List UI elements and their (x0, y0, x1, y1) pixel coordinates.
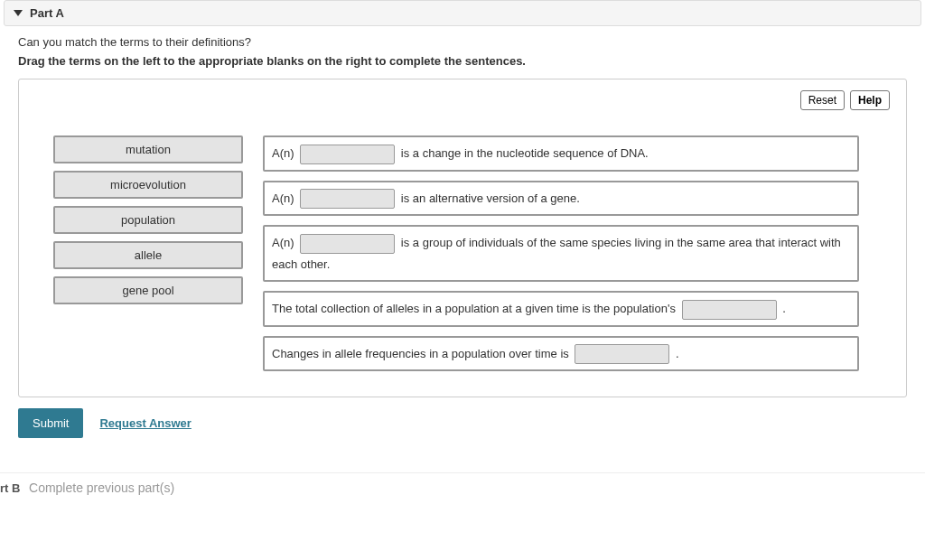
terms-column: mutation microevolution population allel… (53, 135, 243, 304)
target-2: A(n) is an alternative version of a gene… (263, 181, 859, 217)
submit-button[interactable]: Submit (18, 408, 83, 438)
drop-slot-3[interactable] (300, 234, 395, 254)
target-4-suffix: . (782, 302, 786, 315)
part-a-header[interactable]: Part A (4, 0, 921, 26)
term-gene-pool[interactable]: gene pool (53, 276, 243, 304)
target-3: A(n) is a group of individuals of the sa… (263, 225, 859, 282)
target-1-prefix: A(n) (272, 146, 294, 160)
term-allele[interactable]: allele (53, 241, 243, 269)
term-microevolution[interactable]: microevolution (53, 171, 243, 199)
target-3-prefix: A(n) (272, 236, 294, 249)
target-2-prefix: A(n) (272, 191, 294, 205)
target-1-suffix: is a change in the nucleotide sequence o… (401, 146, 649, 160)
request-answer-link[interactable]: Request Answer (99, 416, 191, 430)
part-a-content: Can you match the terms to their definit… (0, 35, 925, 447)
target-2-suffix: is an alternative version of a gene. (401, 191, 580, 205)
target-4-prefix: The total collection of alleles in a pop… (272, 302, 676, 315)
target-5-prefix: Changes in allele frequencies in a popul… (272, 347, 569, 360)
drop-slot-4[interactable] (682, 300, 777, 320)
caret-down-icon (14, 10, 23, 16)
part-b-row: rt B Complete previous part(s) (0, 472, 925, 506)
target-1: A(n) is a change in the nucleotide seque… (263, 135, 859, 172)
reset-button[interactable]: Reset (800, 90, 845, 110)
help-button[interactable]: Help (850, 90, 890, 110)
target-5: Changes in allele frequencies in a popul… (263, 336, 859, 372)
part-a-title: Part A (30, 6, 64, 20)
submit-row: Submit Request Answer (18, 408, 907, 438)
targets-column: A(n) is a change in the nucleotide seque… (263, 135, 859, 371)
target-5-suffix: . (676, 347, 679, 360)
part-b-message: Complete previous part(s) (29, 481, 174, 495)
drop-slot-2[interactable] (300, 189, 395, 209)
drop-slot-5[interactable] (575, 344, 669, 364)
activity-box: Reset Help mutation microevolution popul… (18, 79, 907, 397)
top-button-row: Reset Help (35, 90, 890, 110)
term-mutation[interactable]: mutation (53, 135, 243, 163)
question-text: Can you match the terms to their definit… (18, 35, 907, 49)
part-b-label: rt B (0, 481, 20, 495)
term-population[interactable]: population (53, 206, 243, 234)
target-4: The total collection of alleles in a pop… (263, 291, 859, 327)
drop-slot-1[interactable] (300, 145, 395, 164)
drag-area: mutation microevolution population allel… (35, 135, 890, 371)
instruction-text: Drag the terms on the left to the approp… (18, 54, 907, 68)
